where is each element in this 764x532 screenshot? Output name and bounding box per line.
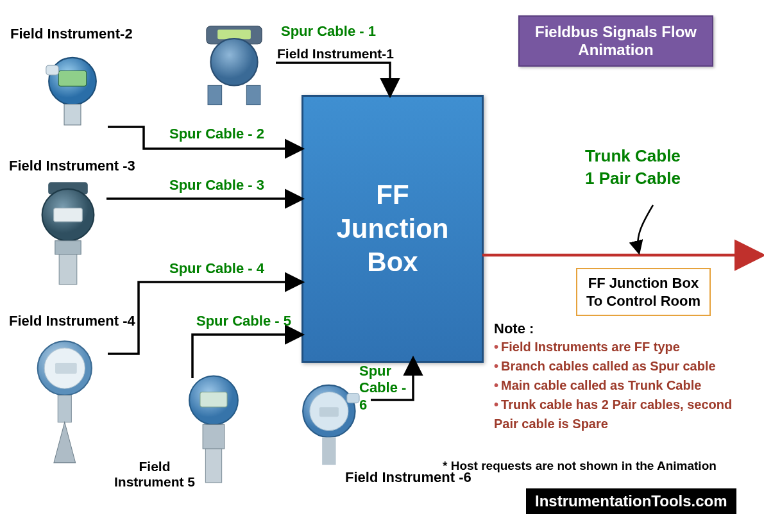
note-line-2: •Branch cables called as Spur cable xyxy=(494,356,751,376)
field-instrument-3-icon xyxy=(30,179,106,288)
svg-rect-5 xyxy=(217,29,251,39)
watermark-text: InstrumentationTools.com xyxy=(535,492,727,510)
svg-rect-17 xyxy=(58,395,71,422)
svg-rect-2 xyxy=(64,104,81,126)
to-control-room-text: FF Junction Box To Control Room xyxy=(586,275,700,309)
svg-rect-21 xyxy=(203,424,225,449)
note-line-4: •Trunk cable has 2 Pair cables, second P… xyxy=(494,395,751,433)
notes-heading: Note : xyxy=(494,320,751,337)
svg-rect-25 xyxy=(319,407,339,417)
svg-rect-11 xyxy=(54,208,83,222)
spur-cable-2-label: Spur Cable - 2 xyxy=(169,126,264,142)
title-banner: Fieldbus Signals Flow Animation xyxy=(518,15,713,67)
note-text-1: Field Instruments are FF type xyxy=(501,340,680,354)
spur-cable-5-label: Spur Cable - 5 xyxy=(196,313,291,329)
field-instrument-5-label: Field Instrument 5 xyxy=(114,459,195,490)
field-instrument-4-label: Field Instrument -4 xyxy=(9,313,135,329)
svg-point-6 xyxy=(210,38,257,85)
svg-rect-13 xyxy=(59,254,77,285)
svg-marker-18 xyxy=(54,422,76,463)
field-instrument-1-label: Field Instrument-1 xyxy=(277,46,394,62)
trunk-cable-label: Trunk Cable 1 Pair Cable xyxy=(585,145,681,190)
svg-rect-3 xyxy=(46,65,58,75)
svg-rect-1 xyxy=(58,71,86,87)
svg-rect-20 xyxy=(200,392,227,407)
note-text-2: Branch cables called as Spur cable xyxy=(501,359,716,373)
to-control-room-box: FF Junction Box To Control Room xyxy=(576,268,711,316)
host-requests-note: * Host requests are not shown in the Ani… xyxy=(443,459,717,473)
svg-rect-12 xyxy=(55,241,81,254)
watermark: InstrumentationTools.com xyxy=(526,488,736,514)
ff-junction-box: FF Junction Box xyxy=(301,95,484,363)
svg-rect-7 xyxy=(208,85,222,104)
svg-rect-27 xyxy=(347,394,359,403)
svg-rect-26 xyxy=(322,437,335,465)
svg-rect-16 xyxy=(55,363,77,374)
spur-cable-3-label: Spur Cable - 3 xyxy=(169,177,264,194)
title-text: Fieldbus Signals Flow Animation xyxy=(535,23,697,58)
field-instrument-1-icon xyxy=(192,19,276,109)
note-text-3: Main cable called as Trunk Cable xyxy=(501,378,701,392)
ff-junction-box-label: FF Junction Box xyxy=(337,178,449,279)
notes-block: Note : •Field Instruments are FF type •B… xyxy=(494,320,751,433)
note-text-4: Trunk cable has 2 Pair cables, second Pa… xyxy=(494,397,732,431)
note-line-1: •Field Instruments are FF type xyxy=(494,337,751,356)
spur-cable-4-label: Spur Cable - 4 xyxy=(169,260,264,277)
svg-rect-22 xyxy=(205,449,221,483)
spur-cable-1-label: Spur Cable - 1 xyxy=(281,23,376,40)
note-line-3: •Main cable called as Trunk Cable xyxy=(494,376,751,395)
spur-cable-6-label: Spur Cable - 6 xyxy=(359,363,417,413)
field-instrument-2-label: Field Instrument-2 xyxy=(10,26,133,42)
field-instrument-3-label: Field Instrument -3 xyxy=(9,158,135,174)
field-instrument-4-icon xyxy=(26,336,109,464)
field-instrument-2-icon xyxy=(37,50,108,133)
svg-rect-8 xyxy=(246,85,260,104)
